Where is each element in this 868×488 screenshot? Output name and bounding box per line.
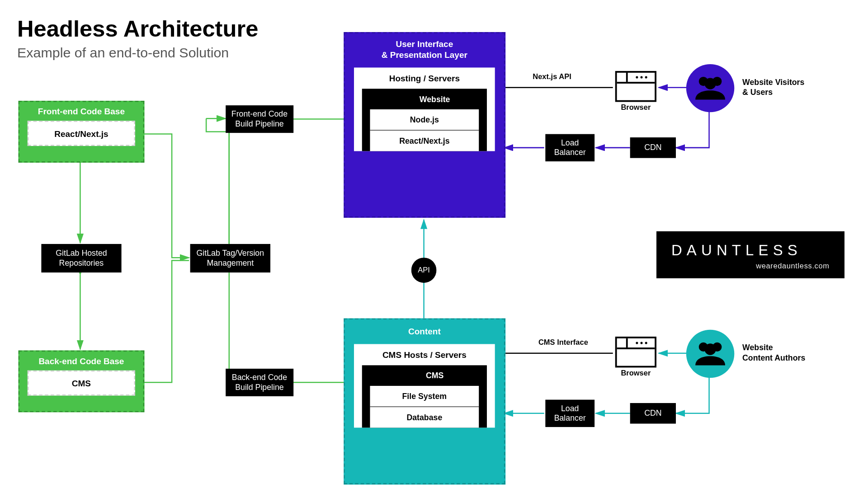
front-code-item: React/Next.js bbox=[28, 121, 135, 146]
svg-point-16 bbox=[704, 78, 716, 89]
panel-front-code-base: Front-end Code Base React/Next.js bbox=[19, 101, 145, 163]
content-app: CMS File System Database bbox=[362, 365, 487, 427]
box-gitlab-repo: GitLab HostedRepositories bbox=[41, 244, 121, 272]
box-lb-bottom: LoadBalancer bbox=[545, 399, 594, 427]
panel-back-code-base: Back-end Code Base CMS bbox=[19, 350, 145, 412]
content-stack-0: File System bbox=[370, 386, 479, 407]
label-visitors: Website Visitors& Users bbox=[742, 77, 804, 98]
ui-app-label: Website bbox=[362, 89, 487, 109]
box-gitlab-version: GitLab Tag/VersionManagement bbox=[190, 244, 270, 272]
api-node: API bbox=[411, 258, 437, 283]
page-subtitle: Example of an end-to-end Solution bbox=[17, 45, 229, 61]
browser-icon-top: Browser bbox=[615, 71, 656, 102]
back-code-item: CMS bbox=[28, 371, 135, 396]
browser-label-top: Browser bbox=[617, 103, 655, 112]
ui-layer-title: User Interface& Presentation Layer bbox=[345, 33, 504, 67]
browser-label-bottom: Browser bbox=[617, 369, 655, 377]
panel-content-layer: Content CMS Hosts / Servers CMS File Sys… bbox=[344, 318, 505, 484]
ui-stack-1: React/Next.js bbox=[370, 130, 479, 151]
users-icon-visitors bbox=[686, 64, 734, 112]
content-app-label: CMS bbox=[362, 365, 487, 386]
box-fe-build: Front-end CodeBuild Pipeline bbox=[226, 105, 293, 133]
label-nextjs-api: Next.js API bbox=[533, 72, 571, 81]
label-authors: WebsiteContent Authors bbox=[742, 343, 805, 363]
page-title: Headless Architecture bbox=[17, 16, 258, 42]
ui-app: Website Node.js React/Next.js bbox=[362, 89, 487, 151]
brand-logo: DAUNTLESS bbox=[671, 242, 830, 259]
content-stack-1: Database bbox=[370, 407, 479, 428]
box-lb-top: LoadBalancer bbox=[545, 134, 594, 161]
users-icon-authors bbox=[686, 330, 734, 378]
ui-hosting-label: Hosting / Servers bbox=[354, 67, 495, 89]
panel-ui-layer: User Interface& Presentation Layer Hosti… bbox=[344, 32, 505, 218]
box-cdn-bottom: CDN bbox=[630, 403, 676, 424]
browser-icon-bottom: Browser bbox=[615, 337, 656, 367]
ui-hosting: Hosting / Servers Website Node.js React/… bbox=[354, 67, 495, 151]
content-hosting: CMS Hosts / Servers CMS File System Data… bbox=[354, 344, 495, 427]
label-cms-interface: CMS Interface bbox=[538, 338, 588, 347]
front-code-header: Front-end Code Base bbox=[19, 102, 143, 121]
brand-card: DAUNTLESS wearedauntless.com bbox=[656, 231, 844, 278]
back-code-header: Back-end Code Base bbox=[19, 352, 143, 371]
box-be-build: Back-end CodeBuild Pipeline bbox=[226, 369, 293, 396]
svg-point-19 bbox=[704, 343, 716, 355]
box-cdn-top: CDN bbox=[630, 137, 676, 158]
content-layer-title: Content bbox=[345, 319, 504, 344]
ui-stack-0: Node.js bbox=[370, 109, 479, 130]
content-hosting-label: CMS Hosts / Servers bbox=[354, 344, 495, 365]
brand-url: wearedauntless.com bbox=[671, 262, 830, 270]
